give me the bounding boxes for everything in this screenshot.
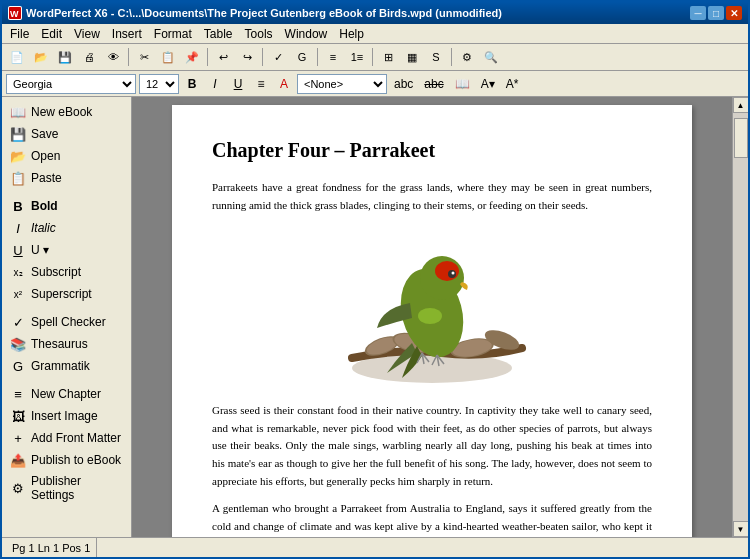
- print-btn[interactable]: 🖨: [78, 46, 100, 68]
- sidebar-insert-image[interactable]: 🖼 Insert Image: [2, 405, 131, 427]
- sidebar-grammatik[interactable]: G Grammatik: [2, 355, 131, 377]
- menu-table[interactable]: Table: [198, 25, 239, 43]
- save-btn[interactable]: 💾: [54, 46, 76, 68]
- sidebar-new-chapter[interactable]: ≡ New Chapter: [2, 383, 131, 405]
- thesaurus-quick-btn[interactable]: 📖: [451, 74, 474, 94]
- redo-btn[interactable]: ↪: [236, 46, 258, 68]
- font-selector[interactable]: Georgia: [6, 74, 136, 94]
- italic-button[interactable]: I: [205, 74, 225, 94]
- style-selector[interactable]: <None>: [297, 74, 387, 94]
- toolbar-separator-4: [317, 48, 318, 66]
- close-button[interactable]: ✕: [726, 6, 742, 20]
- main-toolbar: 📄 📂 💾 🖨 👁 ✂ 📋 📌 ↩ ↪ ✓ G ≡ 1≡ ⊞ ▦ S ⚙ 🔍: [2, 44, 748, 71]
- copy-btn[interactable]: 📋: [157, 46, 179, 68]
- align-left-button[interactable]: ≡: [251, 74, 271, 94]
- title-controls: ─ □ ✕: [690, 6, 742, 20]
- sidebar-bold[interactable]: B Bold: [2, 195, 131, 217]
- document-area[interactable]: Chapter Four – Parrakeet Parrakeets have…: [132, 97, 732, 537]
- abc-check-btn[interactable]: abc: [390, 74, 417, 94]
- undo-btn[interactable]: ↩: [212, 46, 234, 68]
- sidebar-thesaurus-label: Thesaurus: [31, 337, 88, 351]
- menu-format[interactable]: Format: [148, 25, 198, 43]
- window-title: WordPerfect X6 - C:\...\Documents\The Pr…: [26, 7, 502, 19]
- color-button[interactable]: A: [274, 74, 294, 94]
- paste-btn[interactable]: 📌: [181, 46, 203, 68]
- grammar-btn[interactable]: G: [291, 46, 313, 68]
- font-effects-btn[interactable]: A*: [502, 74, 523, 94]
- paste-icon: 📋: [10, 170, 26, 186]
- size-selector[interactable]: 12: [139, 74, 179, 94]
- sidebar-underline[interactable]: U U ▾: [2, 239, 131, 261]
- scroll-down-button[interactable]: ▼: [733, 521, 749, 537]
- sidebar-add-front-matter[interactable]: + Add Front Matter: [2, 427, 131, 449]
- menu-file[interactable]: File: [4, 25, 35, 43]
- menu-window[interactable]: Window: [279, 25, 334, 43]
- menu-insert[interactable]: Insert: [106, 25, 148, 43]
- menu-view[interactable]: View: [68, 25, 106, 43]
- highlight-btn[interactable]: A▾: [477, 74, 499, 94]
- styles-btn[interactable]: S: [425, 46, 447, 68]
- menu-help[interactable]: Help: [333, 25, 370, 43]
- toolbar-row-1: 📄 📂 💾 🖨 👁 ✂ 📋 📌 ↩ ↪ ✓ G ≡ 1≡ ⊞ ▦ S ⚙ 🔍: [2, 44, 748, 70]
- left-sidebar: 📖 New eBook 💾 Save 📂 Open 📋 Paste B Bold: [2, 97, 132, 537]
- sidebar-spell-checker[interactable]: ✓ Spell Checker: [2, 311, 131, 333]
- parrakeet-svg: [322, 228, 542, 388]
- print-preview-btn[interactable]: 👁: [102, 46, 124, 68]
- scroll-up-button[interactable]: ▲: [733, 97, 749, 113]
- scroll-thumb[interactable]: [734, 118, 748, 158]
- sidebar-thesaurus[interactable]: 📚 Thesaurus: [2, 333, 131, 355]
- sidebar-open[interactable]: 📂 Open: [2, 145, 131, 167]
- sidebar-subscript[interactable]: x₂ Subscript: [2, 261, 131, 283]
- svg-text:W: W: [10, 9, 19, 19]
- underline-button[interactable]: U: [228, 74, 248, 94]
- find-btn[interactable]: 🔍: [480, 46, 502, 68]
- sidebar-publisher-settings[interactable]: ⚙ Publisher Settings: [2, 471, 131, 505]
- cut-btn[interactable]: ✂: [133, 46, 155, 68]
- table-btn[interactable]: ⊞: [377, 46, 399, 68]
- svg-point-15: [418, 308, 442, 324]
- bullets-btn[interactable]: ≡: [322, 46, 344, 68]
- open-btn[interactable]: 📂: [30, 46, 52, 68]
- sidebar-publish-ebook[interactable]: 📤 Publish to eBook: [2, 449, 131, 471]
- sidebar-grammatik-label: Grammatik: [31, 359, 90, 373]
- bird-illustration: [212, 228, 652, 388]
- format-bar: Georgia 12 B I U ≡ A <None> abc abc 📖 A▾…: [2, 71, 748, 97]
- columns-btn[interactable]: ▦: [401, 46, 423, 68]
- svg-point-12: [435, 261, 459, 281]
- sidebar-save[interactable]: 💾 Save: [2, 123, 131, 145]
- minimize-button[interactable]: ─: [690, 6, 706, 20]
- sidebar-new-ebook[interactable]: 📖 New eBook: [2, 101, 131, 123]
- add-front-matter-icon: +: [10, 430, 26, 446]
- numbering-btn[interactable]: 1≡: [346, 46, 368, 68]
- right-scrollbar[interactable]: ▲ ▼: [732, 97, 748, 537]
- maximize-button[interactable]: □: [708, 6, 724, 20]
- svg-point-14: [452, 272, 455, 275]
- document-page[interactable]: Chapter Four – Parrakeet Parrakeets have…: [172, 105, 692, 537]
- macro-btn[interactable]: ⚙: [456, 46, 478, 68]
- sidebar-italic-label: Italic: [31, 221, 56, 235]
- menu-edit[interactable]: Edit: [35, 25, 68, 43]
- sidebar-italic[interactable]: I Italic: [2, 217, 131, 239]
- main-area: 📖 New eBook 💾 Save 📂 Open 📋 Paste B Bold: [2, 97, 748, 537]
- sidebar-superscript[interactable]: x² Superscript: [2, 283, 131, 305]
- sidebar-new-ebook-label: New eBook: [31, 105, 92, 119]
- insert-image-icon: 🖼: [10, 408, 26, 424]
- save-icon: 💾: [10, 126, 26, 142]
- sidebar-new-chapter-label: New Chapter: [31, 387, 101, 401]
- scroll-track[interactable]: [733, 113, 749, 521]
- publisher-settings-icon: ⚙: [10, 480, 26, 496]
- chapter-title: Chapter Four – Parrakeet: [212, 135, 652, 165]
- sidebar-underline-label: U ▾: [31, 243, 49, 257]
- sidebar-paste[interactable]: 📋 Paste: [2, 167, 131, 189]
- paragraph-3: A gentleman who brought a Parrakeet from…: [212, 500, 652, 537]
- sidebar-open-label: Open: [31, 149, 60, 163]
- title-bar-left: W WordPerfect X6 - C:\...\Documents\The …: [8, 6, 502, 20]
- menu-tools[interactable]: Tools: [239, 25, 279, 43]
- grammatik-icon: G: [10, 358, 26, 374]
- bold-button[interactable]: B: [182, 74, 202, 94]
- sidebar-save-label: Save: [31, 127, 58, 141]
- abc-strikethrough-btn[interactable]: abc: [420, 74, 447, 94]
- spell-btn[interactable]: ✓: [267, 46, 289, 68]
- new-button[interactable]: 📄: [6, 46, 28, 68]
- app-icon: W: [8, 6, 22, 20]
